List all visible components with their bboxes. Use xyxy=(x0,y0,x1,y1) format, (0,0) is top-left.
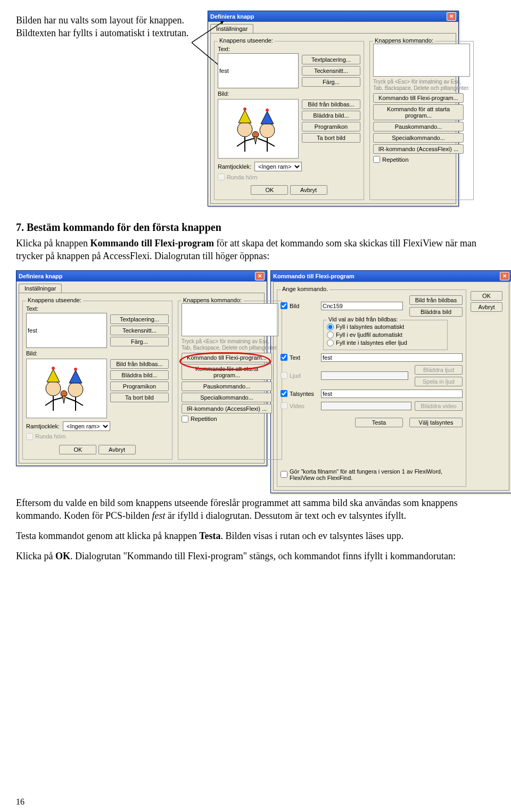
radio-talsyntes-auto[interactable] xyxy=(327,324,334,330)
programikon-button[interactable]: Programikon xyxy=(302,122,360,131)
svg-point-18 xyxy=(46,381,61,396)
svg-point-22 xyxy=(52,367,55,370)
bladdra-bild-button-2[interactable]: Bläddra bild xyxy=(409,307,463,317)
svg-marker-20 xyxy=(47,369,60,382)
pauskommando-button[interactable]: Pauskommando... xyxy=(373,122,464,131)
svg-point-19 xyxy=(68,382,83,397)
flexi-dialog-title: Kommando till Flexi-program xyxy=(273,273,355,279)
radio-none[interactable] xyxy=(327,339,334,346)
radio-ljud-auto[interactable] xyxy=(327,332,334,338)
kommando-start-button[interactable]: Kommando för att starta program... xyxy=(373,104,464,120)
after-p2: Testa kommandot genom att klicka på knap… xyxy=(16,529,495,542)
text-label: Text: xyxy=(218,46,360,52)
avbryt-button[interactable]: Avbryt xyxy=(290,185,327,195)
intro-paragraph: Bilden har nu valts som layout för knapp… xyxy=(16,14,197,40)
bild-checkbox[interactable] xyxy=(281,302,287,309)
section-heading: 7. Bestäm kommando för den första knappe… xyxy=(16,221,495,234)
bladdra-ljud-button: Bläddra ljud xyxy=(415,365,463,375)
ljud-value-input xyxy=(321,371,408,380)
korta-filnamn-checkbox[interactable] xyxy=(281,471,287,478)
bladdra-video-button: Bläddra video xyxy=(415,401,463,411)
define-button-dialog-2: Definiera knapp ✕ Inställningar Knappens… xyxy=(16,270,267,466)
flexi-command-dialog: Kommando till Flexi-program ✕ Ange komma… xyxy=(270,270,511,493)
command-hint: Tryck på <Esc> för inmatning av Esc, Tab… xyxy=(373,79,470,92)
close-icon[interactable]: ✕ xyxy=(500,272,509,280)
flexi-ok-button[interactable]: OK xyxy=(471,291,502,301)
svg-marker-6 xyxy=(238,110,251,123)
svg-marker-31 xyxy=(62,396,65,403)
runda-horn-label: Runda hörn xyxy=(227,174,258,180)
farg-button[interactable]: Färg... xyxy=(302,77,360,87)
tab-settings-2[interactable]: Inställningar xyxy=(19,284,62,293)
text-value-input[interactable] xyxy=(321,353,463,362)
group-command: Knappens kommando: xyxy=(373,37,435,44)
svg-line-12 xyxy=(237,141,245,146)
textplacering-button[interactable]: Textplacering... xyxy=(302,55,360,64)
image-preview xyxy=(218,99,299,159)
text-input-2[interactable] xyxy=(26,313,107,348)
command-textbox[interactable] xyxy=(373,44,470,77)
repetition-checkbox[interactable] xyxy=(373,156,380,163)
bild-value-input[interactable] xyxy=(321,302,403,310)
ljud-checkbox xyxy=(281,372,287,379)
runda-horn-checkbox xyxy=(218,173,225,180)
svg-marker-17 xyxy=(254,137,257,144)
svg-point-23 xyxy=(74,368,77,371)
bild-label: Bild: xyxy=(218,90,360,97)
talsyntes-checkbox[interactable] xyxy=(281,390,287,397)
testa-button[interactable]: Testa xyxy=(355,418,403,427)
dialog-title-2: Definiera knapp xyxy=(19,273,63,279)
ta-bort-bild-button[interactable]: Ta bort bild xyxy=(302,133,360,143)
svg-point-8 xyxy=(243,107,246,111)
tab-settings[interactable]: Inställningar xyxy=(210,24,253,33)
group-appearance: Knappens utseende: xyxy=(218,37,275,44)
close-icon[interactable]: ✕ xyxy=(447,12,456,21)
talsyntes-input[interactable] xyxy=(321,390,463,398)
dialog-titlebar: Definiera knapp ✕ xyxy=(208,11,458,22)
flexi-avbryt-button[interactable]: Avbryt xyxy=(471,302,502,312)
after-p1: Eftersom du valde en bild som knappens u… xyxy=(16,496,495,523)
radio-title: Vid val av bild från bildbas: xyxy=(327,316,400,322)
section-body: Klicka på knappen Kommando till Flexi-pr… xyxy=(16,237,495,263)
svg-line-26 xyxy=(45,400,53,405)
specialkommando-button[interactable]: Specialkommando... xyxy=(373,133,464,143)
image-preview-2 xyxy=(26,359,107,418)
bild-fran-bildbas-button-2[interactable]: Bild från bildbas xyxy=(409,295,463,305)
video-input xyxy=(321,402,411,410)
define-button-dialog: Definiera knapp ✕ Inställningar Knappens… xyxy=(208,11,459,206)
ange-kommando-group: Ange kommando. xyxy=(281,286,329,292)
svg-line-14 xyxy=(258,138,267,142)
svg-line-13 xyxy=(245,138,254,141)
kommando-flexi-button[interactable]: Kommando till Flexi-program... xyxy=(373,93,464,103)
svg-marker-7 xyxy=(261,111,274,124)
svg-marker-21 xyxy=(69,370,82,383)
ir-kommando-button[interactable]: IR-kommando (AccessFlexi) ... xyxy=(373,144,464,154)
ramtjocklek-select[interactable]: <Ingen ram> xyxy=(254,162,302,171)
kommando-flexi-button-highlight[interactable]: Kommando till Flexi-program... xyxy=(182,353,272,362)
teckensnitt-button[interactable]: Teckensnitt... xyxy=(302,66,360,76)
svg-line-28 xyxy=(66,397,76,401)
ramtjocklek-label: Ramtjocklek: xyxy=(218,163,251,170)
close-icon[interactable]: ✕ xyxy=(255,272,265,280)
video-checkbox xyxy=(281,402,287,409)
repetition-label: Repetition xyxy=(382,156,409,163)
svg-line-15 xyxy=(267,142,275,146)
after-p3: Klicka på OK. Dialogrutan "Kommando till… xyxy=(16,550,495,562)
text-input[interactable] xyxy=(218,53,299,88)
text-checkbox[interactable] xyxy=(281,354,287,361)
bladdra-bild-button[interactable]: Bläddra bild... xyxy=(302,111,360,120)
svg-line-29 xyxy=(76,401,83,405)
ok-button[interactable]: OK xyxy=(251,185,288,195)
svg-line-27 xyxy=(53,397,63,400)
svg-point-4 xyxy=(237,122,252,137)
bild-fran-bildbas-button[interactable]: Bild från bildbas... xyxy=(302,100,360,109)
valj-talsyntes-button[interactable]: Välj talsyntes xyxy=(409,418,463,427)
spela-in-ljud-button: Spela in ljud xyxy=(415,377,463,386)
svg-point-9 xyxy=(266,109,269,112)
dialog-title: Definiera knapp xyxy=(210,13,254,20)
svg-point-5 xyxy=(260,123,275,138)
